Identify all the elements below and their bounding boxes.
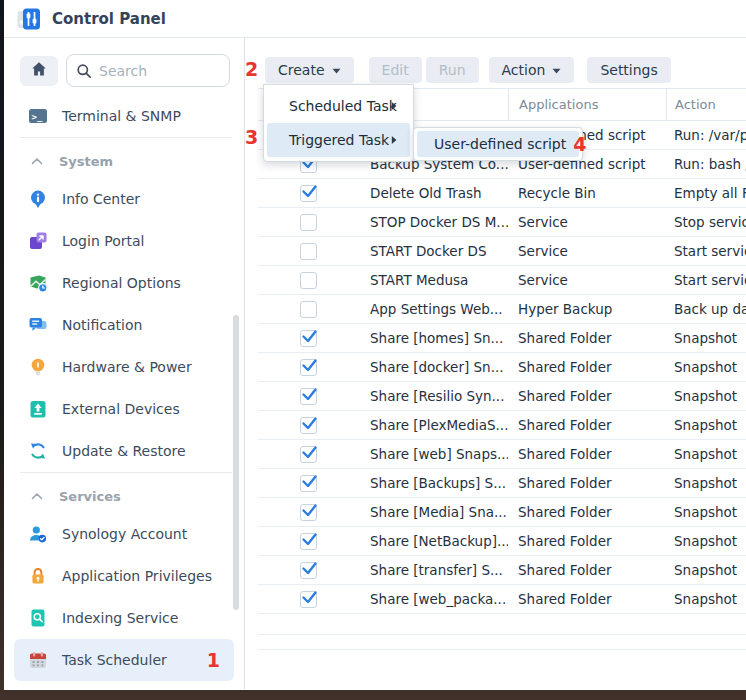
table-row[interactable]: Delete Old TrashRecycle BinEmpty all R: [258, 179, 746, 208]
cell-checkbox: [258, 556, 370, 584]
cell-application: Shared Folder: [508, 469, 666, 497]
table-row[interactable]: Share [Resilio Syn...Shared FolderSnapsh…: [258, 382, 746, 411]
task-checkbox[interactable]: [300, 417, 317, 434]
menu-item-scheduled-task[interactable]: Scheduled Task: [267, 89, 410, 123]
home-button[interactable]: [20, 56, 58, 86]
table-row[interactable]: Share [transfer] S...Shared FolderSnapsh…: [258, 556, 746, 585]
header-action[interactable]: Action: [666, 89, 746, 120]
sidebar-item-synology-account[interactable]: Synology Account: [4, 513, 244, 555]
empty-row: [258, 635, 746, 650]
task-checkbox[interactable]: [300, 272, 317, 289]
cell-action: Stop servic: [666, 208, 746, 236]
window-title: Control Panel: [52, 10, 166, 28]
table-row[interactable]: Share [PlexMediaS...Shared FolderSnapsho…: [258, 411, 746, 440]
cell-action: Snapshot: [666, 324, 746, 352]
task-checkbox[interactable]: [300, 446, 317, 463]
task-checkbox[interactable]: [300, 475, 317, 492]
search-box[interactable]: [66, 54, 230, 87]
sidebar-item-application-privileges[interactable]: Application Privileges: [4, 555, 244, 597]
chevron-up-icon: [31, 492, 43, 500]
control-panel-window: Control Panel >_Terminal & SNMPSystemInf…: [4, 0, 746, 690]
sidebar-scrollbar[interactable]: [233, 315, 239, 610]
sidebar-item-label: Info Center: [62, 191, 140, 207]
task-checkbox[interactable]: [300, 504, 317, 521]
task-checkbox[interactable]: [300, 388, 317, 405]
sidebar-item-hardware-power[interactable]: Hardware & Power: [4, 346, 244, 388]
table-row[interactable]: App Settings Web...Hyper BackupBack up d…: [258, 295, 746, 324]
cell-task-name: Share [NetBackup]...: [370, 527, 508, 555]
cell-checkbox: [258, 237, 370, 265]
task-checkbox[interactable]: [300, 243, 317, 260]
login-portal-icon: [28, 231, 48, 251]
task-table: Applications Action User-defined scriptR…: [258, 88, 746, 650]
submenu-arrow-icon: [391, 136, 397, 145]
sidebar-item-label: Login Portal: [62, 233, 144, 249]
settings-button[interactable]: Settings: [587, 57, 670, 83]
table-row[interactable]: Share [web_packa...Shared FolderSnapshot: [258, 585, 746, 614]
notification-icon: [28, 315, 48, 335]
sidebar-item-update-restore[interactable]: Update & Restore: [4, 430, 244, 472]
cell-application: Shared Folder: [508, 527, 666, 555]
cell-checkbox: [258, 469, 370, 497]
svg-text:>_: >_: [32, 112, 43, 122]
cell-application: Service: [508, 266, 666, 294]
annotation-2: 2: [245, 60, 258, 79]
sidebar-item-notification[interactable]: Notification: [4, 304, 244, 346]
control-panel-icon: [16, 6, 42, 32]
header-applications[interactable]: Applications: [508, 89, 666, 120]
create-button[interactable]: Create: [265, 57, 354, 83]
sidebar-item-login-portal[interactable]: Login Portal: [4, 220, 244, 262]
cell-task-name: Share [PlexMediaS...: [370, 411, 508, 439]
table-row[interactable]: Share [Media] Sna...Shared FolderSnapsho…: [258, 498, 746, 527]
task-checkbox[interactable]: [300, 214, 317, 231]
task-checkbox[interactable]: [300, 330, 317, 347]
cell-checkbox: [258, 382, 370, 410]
table-row[interactable]: START MedusaServiceStart servic: [258, 266, 746, 295]
sidebar-section-services[interactable]: Services: [4, 479, 244, 513]
annotation-1: 1: [207, 651, 220, 670]
sidebar-item-task-scheduler[interactable]: Task Scheduler1: [14, 639, 234, 681]
table-row[interactable]: Share [web] Snaps...Shared FolderSnapsho…: [258, 440, 746, 469]
task-checkbox[interactable]: [300, 301, 317, 318]
table-row[interactable]: START Docker DSServiceStart servic: [258, 237, 746, 266]
create-menu: Scheduled TaskTriggered Task: [263, 84, 414, 162]
menu-item-triggered-task[interactable]: Triggered Task: [267, 123, 410, 157]
cell-application: Shared Folder: [508, 440, 666, 468]
cell-checkbox: [258, 498, 370, 526]
table-row[interactable]: Share [Backups] S...Shared FolderSnapsho…: [258, 469, 746, 498]
cell-checkbox: [258, 295, 370, 323]
sidebar-section-system[interactable]: System: [4, 144, 244, 178]
cell-task-name: Share [Backups] S...: [370, 469, 508, 497]
task-checkbox[interactable]: [300, 591, 317, 608]
action-button[interactable]: Action: [489, 57, 575, 83]
cell-checkbox: [258, 266, 370, 294]
table-row[interactable]: STOP Docker DS M...ServiceStop servic: [258, 208, 746, 237]
cell-checkbox: [258, 585, 370, 613]
cell-action: Snapshot: [666, 585, 746, 613]
cell-task-name: Share [Media] Sna...: [370, 498, 508, 526]
table-row[interactable]: Share [NetBackup]...Shared FolderSnapsho…: [258, 527, 746, 556]
sidebar-item-label: Task Scheduler: [62, 652, 167, 668]
sidebar-item-terminal-snmp[interactable]: >_Terminal & SNMP: [4, 95, 244, 137]
terminal-icon: >_: [28, 106, 48, 126]
task-checkbox[interactable]: [300, 359, 317, 376]
submenu-item-user-defined-script[interactable]: User-defined script4: [417, 131, 579, 157]
sidebar-item-regional-options[interactable]: Regional Options: [4, 262, 244, 304]
table-row[interactable]: Share [docker] Sn...Shared FolderSnapsho…: [258, 353, 746, 382]
sidebar-divider: [20, 472, 232, 473]
submenu-arrow-icon: [391, 102, 397, 111]
search-input[interactable]: [99, 63, 229, 79]
sidebar-item-info-center[interactable]: Info Center: [4, 178, 244, 220]
sidebar-item-indexing-service[interactable]: Indexing Service: [4, 597, 244, 639]
menu-item-label: Triggered Task: [289, 132, 389, 148]
cell-task-name: Share [web] Snaps...: [370, 440, 508, 468]
submenu-item-label: User-defined script: [434, 136, 566, 152]
hardware-power-icon: [28, 357, 48, 377]
task-checkbox[interactable]: [300, 562, 317, 579]
sidebar-item-external-devices[interactable]: External Devices: [4, 388, 244, 430]
task-checkbox[interactable]: [300, 533, 317, 550]
table-row[interactable]: Share [homes] Sn...Shared FolderSnapshot: [258, 324, 746, 353]
cell-checkbox: [258, 179, 370, 207]
task-checkbox[interactable]: [300, 185, 317, 202]
cell-action: Snapshot: [666, 382, 746, 410]
